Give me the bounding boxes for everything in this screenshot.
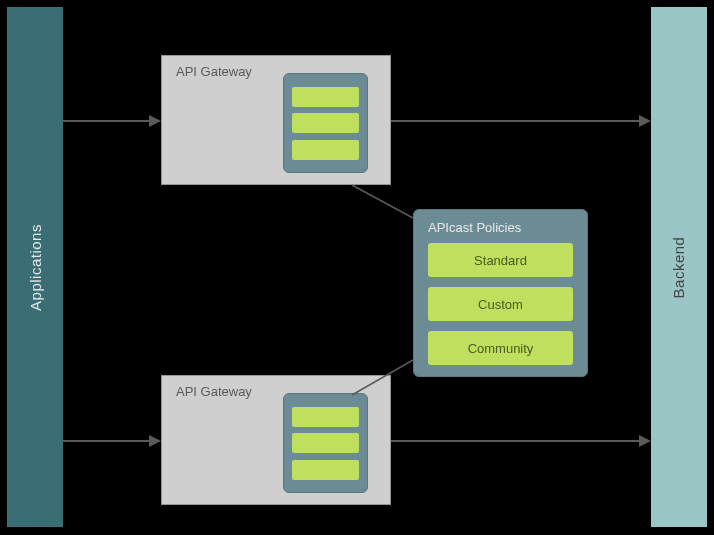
arrow-head-icon (639, 115, 651, 127)
api-gateway-title: API Gateway (176, 384, 252, 399)
policy-bar (292, 407, 359, 427)
policy-bar (292, 460, 359, 480)
applications-label: Applications (27, 224, 44, 311)
arrow-line (63, 440, 149, 442)
apicast-policies-title: APIcast Policies (414, 210, 587, 241)
applications-block: Applications (7, 7, 63, 527)
policies-items: Standard Custom Community (414, 241, 587, 375)
policy-stack-icon (283, 73, 368, 173)
policy-standard: Standard (428, 243, 573, 277)
arrow-line (63, 120, 149, 122)
arrow-line (391, 120, 639, 122)
arrow-head-icon (149, 115, 161, 127)
backend-block: Backend (651, 7, 707, 527)
api-gateway-top: API Gateway (161, 55, 391, 185)
policy-community: Community (428, 331, 573, 365)
policy-bar (292, 433, 359, 453)
policy-stack-icon (283, 393, 368, 493)
apicast-policies-box: APIcast Policies Standard Custom Communi… (413, 209, 588, 377)
policy-bar (292, 113, 359, 133)
arrow-line (391, 440, 639, 442)
api-gateway-title: API Gateway (176, 64, 252, 79)
policy-bar (292, 87, 359, 107)
policy-custom: Custom (428, 287, 573, 321)
arrow-head-icon (149, 435, 161, 447)
backend-label: Backend (671, 236, 688, 298)
svg-line-0 (352, 185, 413, 218)
api-gateway-bottom: API Gateway (161, 375, 391, 505)
arrow-head-icon (639, 435, 651, 447)
policy-bar (292, 140, 359, 160)
